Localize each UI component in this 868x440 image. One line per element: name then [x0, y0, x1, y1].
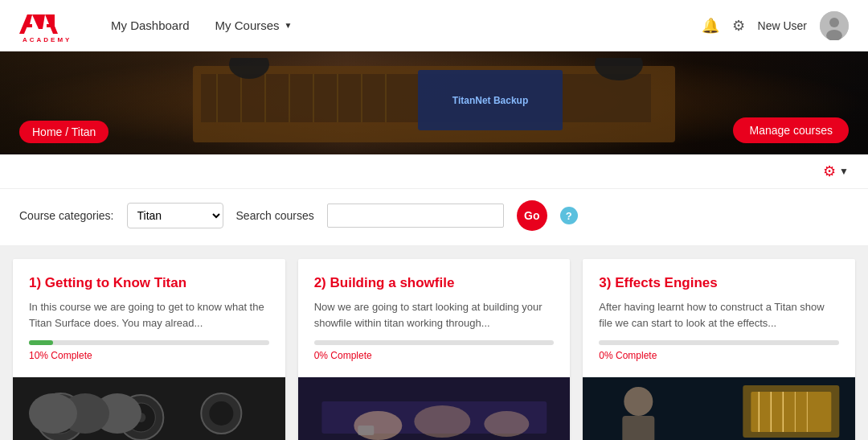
- settings-gear-icon: ⚙: [823, 162, 836, 180]
- go-button[interactable]: Go: [517, 200, 547, 231]
- course-card-2-body: 2) Building a showfile Now we are going …: [298, 259, 571, 377]
- progress-bar-bg-1: [29, 340, 269, 345]
- course-category-label: Course categories:: [19, 209, 114, 222]
- course-grid: 1) Getting to Know Titan In this course …: [0, 246, 868, 440]
- svg-point-34: [209, 401, 233, 426]
- progress-bar-bg-3: [599, 340, 839, 345]
- thumbnail-3-illustration: [583, 377, 855, 440]
- bell-icon[interactable]: 🔔: [702, 17, 719, 35]
- svg-point-32: [136, 413, 145, 422]
- svg-marker-3: [39, 14, 45, 29]
- course-card-2: 2) Building a showfile Now we are going …: [298, 259, 571, 440]
- course-thumbnail-3: [583, 377, 855, 440]
- search-courses-label: Search courses: [236, 209, 314, 222]
- svg-point-39: [484, 411, 529, 437]
- course-thumbnail-2: [298, 377, 571, 440]
- course-desc-3: After having learnt how to construct a T…: [599, 299, 839, 331]
- progress-bar-bg-2: [314, 340, 555, 345]
- svg-rect-40: [358, 426, 374, 435]
- avatar[interactable]: [820, 11, 849, 40]
- category-select[interactable]: Titan All: [127, 203, 223, 228]
- hero-banner: TitanNet Backup Home / Titan Manage cour…: [0, 51, 868, 154]
- user-label: New User: [758, 19, 807, 32]
- search-input[interactable]: [327, 204, 504, 228]
- nav-my-courses[interactable]: My Courses ▼: [206, 12, 302, 39]
- manage-courses-button[interactable]: Manage courses: [733, 117, 849, 143]
- course-desc-1: In this course we are going to get to kn…: [29, 299, 269, 331]
- thumbnail-2-illustration: [298, 377, 571, 440]
- search-bar: Course categories: Titan All Search cour…: [0, 189, 868, 246]
- course-card-3-body: 3) Effects Engines After having learnt h…: [583, 259, 855, 377]
- progress-bar-fill-1: [29, 340, 53, 345]
- svg-text:ACADEMY: ACADEMY: [23, 36, 72, 42]
- svg-rect-50: [623, 416, 655, 440]
- ava-logo-icon: ACADEMY: [19, 6, 76, 42]
- svg-point-29: [54, 411, 67, 424]
- course-desc-2: Now we are going to start looking at bui…: [314, 299, 555, 331]
- toolbar: ⚙ ▼: [0, 154, 868, 189]
- progress-label-3: 0% Complete: [599, 350, 839, 361]
- svg-marker-7: [24, 24, 32, 27]
- svg-rect-43: [751, 392, 832, 432]
- mixing-desk-illustration: TitanNet Backup: [177, 58, 691, 150]
- chevron-down-icon: ▼: [839, 166, 849, 177]
- header: ACADEMY My Dashboard My Courses ▼ 🔔 ⚙ Ne…: [0, 0, 868, 51]
- course-card-1: 1) Getting to Know Titan In this course …: [13, 259, 285, 440]
- course-title-1[interactable]: 1) Getting to Know Titan: [29, 275, 269, 291]
- avatar-icon: [820, 11, 849, 40]
- course-title-3[interactable]: 3) Effects Engines: [599, 275, 839, 291]
- chevron-down-icon: ▼: [285, 21, 293, 30]
- main-nav: My Dashboard My Courses ▼: [101, 12, 702, 39]
- course-card-1-body: 1) Getting to Know Titan In this course …: [13, 259, 285, 377]
- breadcrumb[interactable]: Home / Titan: [19, 121, 108, 143]
- svg-point-49: [624, 387, 653, 416]
- svg-marker-6: [47, 24, 55, 27]
- course-card-3: 3) Effects Engines After having learnt h…: [583, 259, 855, 440]
- progress-label-2: 0% Complete: [314, 350, 555, 361]
- logo[interactable]: ACADEMY: [19, 6, 76, 45]
- header-right: 🔔 ⚙ New User: [702, 11, 849, 40]
- gear-dropdown[interactable]: ⚙ ▼: [823, 162, 849, 180]
- course-title-2[interactable]: 2) Building a showfile: [314, 275, 555, 291]
- svg-text:TitanNet Backup: TitanNet Backup: [452, 95, 528, 106]
- svg-point-38: [414, 405, 470, 438]
- progress-label-1: 10% Complete: [29, 350, 269, 361]
- svg-point-28: [44, 401, 76, 434]
- nav-dashboard[interactable]: My Dashboard: [101, 12, 199, 39]
- thumbnail-1-illustration: [13, 377, 285, 440]
- course-thumbnail-1: [13, 377, 285, 440]
- help-icon[interactable]: ?: [560, 207, 578, 224]
- svg-point-10: [829, 18, 839, 27]
- gear-icon[interactable]: ⚙: [732, 17, 745, 35]
- svg-marker-5: [50, 14, 55, 24]
